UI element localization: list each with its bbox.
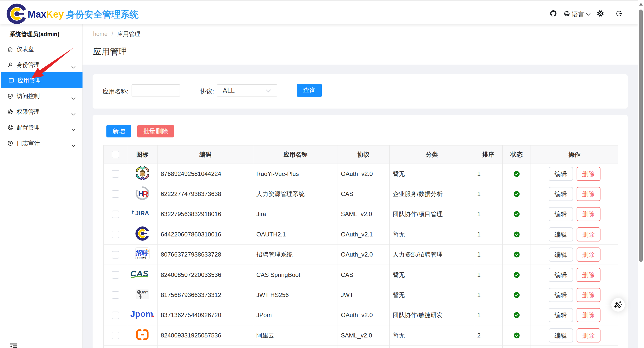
svg-text:JWT: JWT — [141, 290, 148, 294]
svg-text:招聘: 招聘 — [135, 250, 148, 256]
svg-text:Jpom: Jpom — [130, 309, 153, 319]
svg-text:R: R — [142, 189, 148, 199]
svg-text:JIRA: JIRA — [135, 210, 149, 217]
